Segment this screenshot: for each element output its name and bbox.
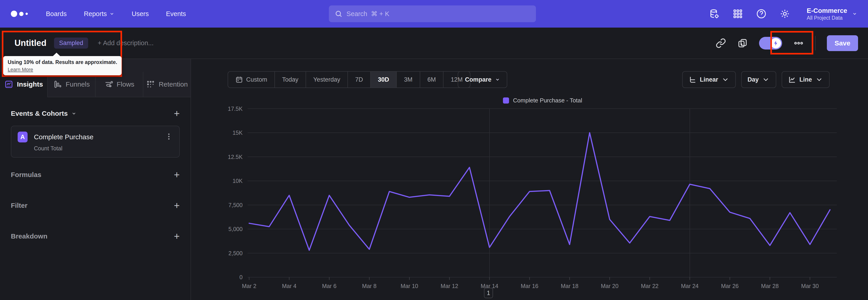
line-chart[interactable]: 02,5005,0007,50010K12.5K15K17.5KMar 2Mar… bbox=[191, 59, 868, 300]
x-axis-tick-label: Mar 2 bbox=[242, 283, 256, 289]
y-axis-tick-label: 10K bbox=[232, 178, 243, 184]
nav-item-events[interactable]: Events bbox=[166, 10, 186, 18]
tab-label: Funnels bbox=[66, 81, 90, 88]
title-actions: Save bbox=[716, 35, 858, 51]
x-axis-tick-label: Mar 4 bbox=[282, 283, 296, 289]
chevron-down-icon bbox=[852, 11, 857, 16]
data-management-icon[interactable] bbox=[709, 8, 719, 19]
x-axis-tick-label: Mar 28 bbox=[761, 283, 779, 289]
events-cohorts-header[interactable]: Events & Cohorts bbox=[11, 110, 76, 117]
nav-item-reports[interactable]: Reports bbox=[84, 10, 115, 18]
mixpanel-logo[interactable] bbox=[11, 11, 28, 17]
top-nav: Boards Reports Users Events bbox=[0, 0, 868, 28]
x-axis-tick-label: Mar 12 bbox=[440, 283, 458, 289]
sampled-badge[interactable]: Sampled bbox=[54, 37, 88, 49]
event-metric[interactable]: Count Total bbox=[34, 145, 173, 152]
y-axis-tick-label: 0 bbox=[239, 274, 243, 280]
x-axis-tick-label: Mar 16 bbox=[521, 283, 538, 289]
tab-funnels[interactable]: Funnels bbox=[47, 72, 95, 97]
add-to-board-icon[interactable] bbox=[737, 38, 748, 49]
x-axis-tick-label: Mar 22 bbox=[641, 283, 658, 289]
app-screen: Boards Reports Users Events bbox=[0, 0, 868, 300]
event-card[interactable]: A Complete Purchase Count Total bbox=[11, 126, 180, 157]
tab-insights[interactable]: Insights bbox=[0, 72, 47, 97]
search-input[interactable] bbox=[346, 10, 530, 18]
event-menu-icon[interactable] bbox=[165, 132, 173, 142]
x-axis-tick-label: Mar 8 bbox=[362, 283, 377, 289]
logo-dot-icon bbox=[19, 12, 24, 16]
add-formula-button[interactable]: + bbox=[174, 170, 180, 180]
nav-right: E-Commerce All Project Data bbox=[709, 6, 857, 21]
tab-flows[interactable]: Flows bbox=[95, 72, 143, 97]
x-axis-tick-label: Mar 6 bbox=[322, 283, 337, 289]
filter-label: Filter bbox=[11, 202, 27, 209]
builder-panel: Events & Cohorts + A Complete Purchase C… bbox=[0, 97, 191, 300]
divider bbox=[815, 36, 815, 51]
lightning-icon bbox=[773, 40, 779, 46]
workspace-switcher[interactable]: E-Commerce All Project Data bbox=[807, 6, 857, 21]
report-title[interactable]: Untitled bbox=[14, 38, 46, 48]
add-filter-button[interactable]: + bbox=[174, 201, 180, 210]
tab-label: Insights bbox=[17, 81, 43, 88]
x-axis-tick-label: Mar 10 bbox=[401, 283, 418, 289]
workspace-name: E-Commerce bbox=[807, 6, 847, 15]
x-axis-tick-label: Mar 26 bbox=[721, 283, 739, 289]
nav-item-boards[interactable]: Boards bbox=[46, 10, 67, 18]
sampling-toggle[interactable] bbox=[759, 37, 782, 50]
sampling-tooltip: Using 10% of data. Results are approxima… bbox=[3, 56, 122, 75]
learn-more-link[interactable]: Learn More bbox=[8, 67, 33, 72]
breakdown-label: Breakdown bbox=[11, 232, 48, 240]
add-description-field[interactable]: + Add description... bbox=[98, 39, 153, 47]
main-area: Insights Funnels Flows Retention bbox=[0, 59, 868, 300]
y-axis-tick-label: 15K bbox=[232, 129, 243, 136]
funnels-icon bbox=[53, 80, 62, 89]
query-builder-sidebar: Insights Funnels Flows Retention bbox=[0, 59, 191, 300]
search-bar[interactable] bbox=[329, 5, 536, 22]
add-breakdown-button[interactable]: + bbox=[174, 231, 180, 241]
retention-icon bbox=[146, 80, 155, 89]
workspace-scope: All Project Data bbox=[807, 15, 847, 21]
y-axis-tick-label: 17.5K bbox=[228, 106, 243, 112]
y-axis-tick-label: 7,500 bbox=[228, 202, 243, 208]
copy-link-icon[interactable] bbox=[716, 38, 726, 49]
more-options-icon[interactable] bbox=[794, 38, 804, 49]
save-button[interactable]: Save bbox=[827, 35, 858, 51]
insights-icon bbox=[4, 80, 13, 89]
sampling-tooltip-text: Using 10% of data. Results are approxima… bbox=[8, 59, 117, 65]
logo-dot-icon bbox=[26, 13, 28, 15]
event-letter-badge: A bbox=[18, 131, 28, 143]
x-axis-tick-label: Mar 18 bbox=[561, 283, 579, 289]
series-line-complete-purchase-total[interactable] bbox=[249, 133, 830, 250]
flows-icon bbox=[104, 80, 113, 89]
x-axis-tick-label: Mar 30 bbox=[801, 283, 819, 289]
logo-dot-icon bbox=[11, 11, 17, 17]
report-title-bar: Untitled Sampled + Add description... Sa… bbox=[0, 28, 868, 59]
pagination-page-1[interactable]: 1 bbox=[484, 288, 493, 298]
y-axis-tick-label: 2,500 bbox=[228, 250, 243, 257]
tab-label: Flows bbox=[117, 81, 134, 88]
help-icon[interactable] bbox=[756, 8, 767, 19]
line-chart-svg: 02,5005,0007,50010K12.5K15K17.5KMar 2Mar… bbox=[191, 59, 868, 300]
chart-panel: Custom Today Yesterday 7D 30D 3M 6M 12M … bbox=[191, 59, 868, 300]
add-event-button[interactable]: + bbox=[174, 109, 180, 118]
x-axis-tick-label: Mar 20 bbox=[601, 283, 618, 289]
y-axis-tick-label: 12.5K bbox=[228, 154, 243, 160]
apps-grid-icon[interactable] bbox=[733, 8, 743, 19]
chevron-down-icon bbox=[71, 111, 76, 116]
nav-item-users[interactable]: Users bbox=[131, 10, 149, 18]
chevron-down-icon bbox=[110, 11, 114, 16]
formulas-label: Formulas bbox=[11, 171, 41, 179]
x-axis-tick-label: Mar 24 bbox=[681, 283, 699, 289]
settings-gear-icon[interactable] bbox=[780, 8, 790, 19]
toggle-knob bbox=[771, 38, 781, 49]
tab-retention[interactable]: Retention bbox=[143, 72, 191, 97]
search-icon bbox=[335, 10, 342, 18]
tab-label: Retention bbox=[159, 81, 188, 88]
y-axis-tick-label: 5,000 bbox=[228, 226, 243, 232]
event-name: Complete Purchase bbox=[34, 133, 93, 141]
nav-links: Boards Reports Users Events bbox=[46, 10, 186, 18]
